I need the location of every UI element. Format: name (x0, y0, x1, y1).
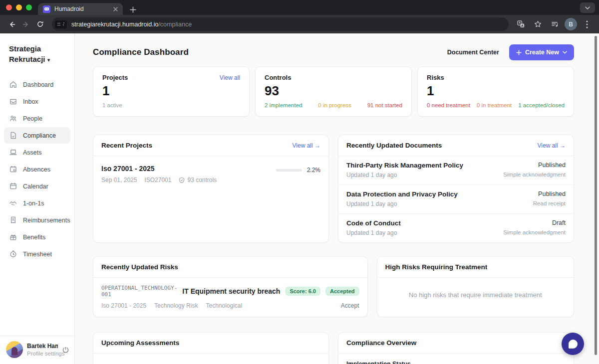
sidebar-item-timesheet[interactable]: Timesheet (4, 246, 70, 262)
recent-projects-view-all-link[interactable]: View all → (293, 142, 320, 149)
page-scrollbar[interactable] (595, 36, 597, 355)
reload-icon[interactable] (33, 17, 47, 31)
sidebar-item-reimbursements[interactable]: Reimbursements (4, 212, 70, 228)
project-progress-bar (276, 169, 302, 172)
risks-need-treatment-label: 0 need treatment (427, 102, 470, 108)
sidebar-item-calendar[interactable]: Calendar (4, 178, 70, 194)
sidebar-item-assets[interactable]: Assets (4, 144, 70, 161)
sidebar-item-absences[interactable]: Absences (4, 161, 70, 178)
plus-icon (516, 50, 522, 55)
browser-tab[interactable]: Humadroid (38, 3, 123, 15)
implementation-status-label: Implementation Status (346, 361, 566, 364)
documents-view-all-link[interactable]: View all → (538, 142, 566, 149)
stat-card-controls: Controls 93 2 implemented 0 in progress … (255, 66, 412, 117)
sidebar-nav: Dashboard Inbox People Compliance Assets… (0, 70, 74, 263)
risk-type: Technological (206, 302, 242, 309)
reading-list-icon[interactable] (548, 17, 562, 31)
high-risks-panel: High Risks Requiring Treatment No high r… (377, 256, 574, 317)
sidebar-item-people[interactable]: People (4, 110, 70, 127)
sidebar-item-benefits[interactable]: Benefits (4, 229, 70, 245)
chat-widget-button[interactable] (562, 333, 584, 355)
sidebar-item-dashboard[interactable]: Dashboard (4, 76, 70, 93)
risk-action-label: Accept (341, 302, 359, 309)
site-settings-icon[interactable] (55, 20, 67, 28)
recent-projects-panel: Recent Projects View all → Iso 27001 - 2… (93, 135, 329, 243)
calendar-icon (9, 182, 17, 190)
sidebar-item-label: Benefits (23, 234, 45, 241)
window-controls (6, 4, 32, 10)
document-ack-type: Simple acknowledgment (503, 172, 566, 178)
assessments-empty-state: No upcoming assessments scheduled (93, 354, 328, 364)
controls-count: 93 (265, 84, 402, 97)
recent-risks-title: Recently Updated Risks (101, 263, 178, 271)
profile-settings-label: Profile settings (27, 351, 58, 357)
document-center-link[interactable]: Document Center (447, 49, 499, 56)
workspace-name: Strategia Rekrutacji (9, 44, 45, 63)
sidebar-item-label: Absences (23, 166, 50, 173)
laptop-icon (9, 148, 17, 157)
sidebar-item-compliance[interactable]: Compliance (4, 127, 70, 144)
project-progress-label: 2.2% (307, 167, 320, 174)
forward-icon[interactable] (19, 17, 33, 31)
browser-toolbar: strategiarekrutacji.humadroid.io/complia… (0, 15, 599, 33)
risk-row[interactable]: OPERATIONAL_TECHNOLOGY-001 IT Equipment … (93, 278, 367, 317)
people-icon (9, 114, 17, 123)
sidebar-item-label: 1-on-1s (23, 200, 44, 207)
browser-profile-avatar[interactable]: B (565, 18, 577, 30)
compliance-overview-panel: Compliance Overview Implementation Statu… (338, 332, 574, 364)
bookmark-star-icon[interactable] (531, 17, 545, 31)
user-avatar (6, 341, 23, 358)
url-bar[interactable]: strategiarekrutacji.humadroid.io/complia… (52, 17, 509, 31)
url-text: strategiarekrutacji.humadroid.io/complia… (71, 21, 192, 28)
document-row[interactable]: Third-Party Risk Management Policy Updat… (338, 156, 574, 185)
window-minimize-button[interactable] (16, 4, 22, 10)
project-controls-count: 93 controls (187, 177, 217, 183)
risk-status-badge: Accepted (325, 287, 359, 296)
document-name: Code of Conduct (346, 219, 401, 227)
sidebar-item-label: Compliance (23, 132, 56, 139)
window-zoom-button[interactable] (26, 4, 32, 10)
window-close-button[interactable] (6, 4, 12, 10)
high-risks-title: High Risks Requiring Treatment (385, 263, 488, 271)
translate-icon[interactable] (514, 17, 528, 31)
document-row[interactable]: Data Protection and Privacy Policy Updat… (338, 185, 574, 214)
controls-not-started-label: 91 not started (367, 102, 402, 108)
gift-icon (9, 233, 17, 241)
profile-settings[interactable]: Bartek Hamerlins Profile settings (0, 336, 74, 364)
back-icon[interactable] (5, 17, 19, 31)
browser-menu-kebab-icon[interactable] (580, 17, 594, 31)
recently-updated-documents-panel: Recently Updated Documents View all → Th… (338, 135, 574, 243)
new-tab-button[interactable] (130, 6, 136, 13)
recently-updated-risks-panel: Recently Updated Risks OPERATIONAL_TECHN… (93, 256, 368, 317)
projects-count: 1 (102, 84, 240, 97)
logout-power-icon[interactable] (62, 346, 69, 354)
document-row[interactable]: Code of Conduct Updated 1 day ago Draft … (338, 214, 574, 242)
absence-calendar-icon (9, 165, 17, 174)
stat-card-risks: Risks 1 0 need treatment 0 in treatment … (417, 66, 574, 117)
document-name: Third-Party Risk Management Policy (346, 162, 463, 169)
risks-title: Risks (427, 74, 444, 81)
user-name: Bartek Hamerlins (27, 343, 58, 350)
workspace-switcher[interactable]: Strategia Rekrutacji ▾ (0, 33, 74, 70)
project-framework: ISO27001 (144, 177, 171, 183)
risks-count: 1 (427, 84, 565, 97)
recent-projects-title: Recent Projects (101, 142, 152, 149)
overview-title: Compliance Overview (346, 339, 416, 347)
main-content: Compliance Dashboard Document Center Cre… (75, 33, 599, 364)
sidebar-item-label: Dashboard (23, 81, 53, 88)
sidebar-item-1on1s[interactable]: 1-on-1s (4, 195, 70, 211)
sidebar-item-label: Reimbursements (23, 217, 70, 224)
risk-name: IT Equipment security breach (182, 287, 280, 295)
projects-view-all-link[interactable]: View all (220, 74, 240, 81)
create-new-button[interactable]: Create New (509, 44, 574, 60)
sidebar-item-inbox[interactable]: Inbox (4, 93, 70, 110)
risks-in-treatment-label: 0 in treatment (477, 102, 512, 108)
workspace-dropdown-icon: ▾ (47, 57, 50, 63)
tab-close-icon[interactable] (113, 7, 118, 11)
risk-project: Iso 27001 - 2025 (101, 302, 146, 309)
shield-icon (179, 177, 185, 183)
projects-active-label: 1 active (102, 102, 122, 108)
project-name: Iso 27001 - 2025 (101, 165, 217, 173)
tab-search-chevron-icon[interactable] (580, 2, 595, 13)
project-row[interactable]: Iso 27001 - 2025 Sep 01, 2025 ISO27001 9… (93, 156, 328, 192)
